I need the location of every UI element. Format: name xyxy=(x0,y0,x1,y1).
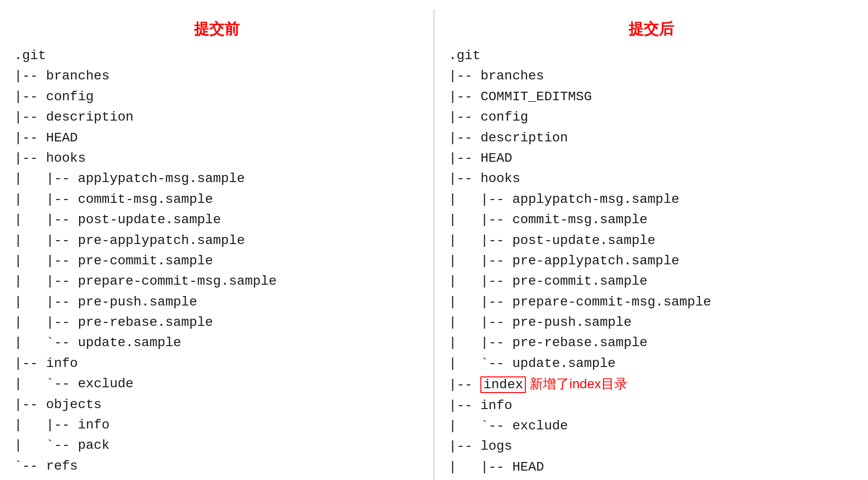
index-annotation: 新增了index目录 xyxy=(526,376,628,391)
tree-line: | |-- pre-applypatch.sample xyxy=(449,251,854,271)
left-panel-title: 提交前 xyxy=(14,19,419,40)
right-tree: .git|-- branches|-- COMMIT_EDITMSG|-- co… xyxy=(449,45,854,480)
tree-line: | |-- applypatch-msg.sample xyxy=(449,189,854,209)
tree-line: `-- refs xyxy=(14,456,419,476)
tree-line: .git xyxy=(449,45,854,66)
tree-line: |-- config xyxy=(14,87,419,107)
tree-line: | |-- applypatch-msg.sample xyxy=(14,168,419,189)
tree-line: | |-- prepare-commit-msg.sample xyxy=(449,292,854,312)
tree-line: | |-- pre-commit.sample xyxy=(14,251,419,271)
tree-line: | |-- commit-msg.sample xyxy=(449,209,854,230)
tree-line: | `-- pack xyxy=(14,435,419,455)
tree-line: | |-- prepare-commit-msg.sample xyxy=(14,271,419,291)
tree-line: |-- info xyxy=(449,395,854,416)
tree-line: |-- config xyxy=(449,107,854,127)
tree-line: |-- HEAD xyxy=(449,148,854,168)
tree-line: | |-- post-update.sample xyxy=(449,230,854,251)
tree-line: | `-- exclude xyxy=(449,416,854,436)
tree-line: | |-- info xyxy=(14,415,419,435)
left-panel: 提交前 .git|-- branches|-- config|-- descri… xyxy=(0,9,434,480)
tree-line: |-- branches xyxy=(14,66,419,86)
tree-line: | `-- exclude xyxy=(14,374,419,394)
tree-line: | `-- update.sample xyxy=(449,353,854,374)
tree-line: |-- heads xyxy=(14,476,419,480)
tree-line: |-- logs xyxy=(449,436,854,456)
tree-line: .git xyxy=(14,45,419,66)
tree-line: |-- description xyxy=(14,107,419,127)
tree-line: | `-- refs xyxy=(449,477,854,480)
tree-line: | |-- commit-msg.sample xyxy=(14,189,419,209)
tree-line: | |-- pre-push.sample xyxy=(14,292,419,312)
tree-line: |-- branches xyxy=(449,66,854,86)
right-panel-title: 提交后 xyxy=(449,19,854,40)
tree-line: | |-- pre-push.sample xyxy=(449,312,854,332)
tree-line: | |-- pre-commit.sample xyxy=(449,271,854,291)
index-highlight: index xyxy=(480,376,526,393)
left-tree: .git|-- branches|-- config|-- descriptio… xyxy=(14,45,419,480)
index-line: |-- index 新增了index目录 xyxy=(449,374,854,395)
tree-line: |-- hooks xyxy=(449,168,854,189)
tree-line: | |-- HEAD xyxy=(449,457,854,477)
tree-line: | |-- pre-rebase.sample xyxy=(449,332,854,353)
tree-line: | |-- pre-rebase.sample xyxy=(14,312,419,332)
tree-line: |-- hooks xyxy=(14,148,419,168)
tree-line: |-- objects xyxy=(14,394,419,415)
tree-line: | `-- update.sample xyxy=(14,332,419,353)
tree-line: |-- HEAD xyxy=(14,128,419,148)
right-panel: 提交后 .git|-- branches|-- COMMIT_EDITMSG|-… xyxy=(434,9,868,480)
tree-line: |-- COMMIT_EDITMSG xyxy=(449,87,854,107)
tree-line: | |-- pre-applypatch.sample xyxy=(14,230,419,251)
tree-line: | |-- post-update.sample xyxy=(14,209,419,230)
tree-line: |-- info xyxy=(14,353,419,374)
tree-line: |-- description xyxy=(449,128,854,148)
